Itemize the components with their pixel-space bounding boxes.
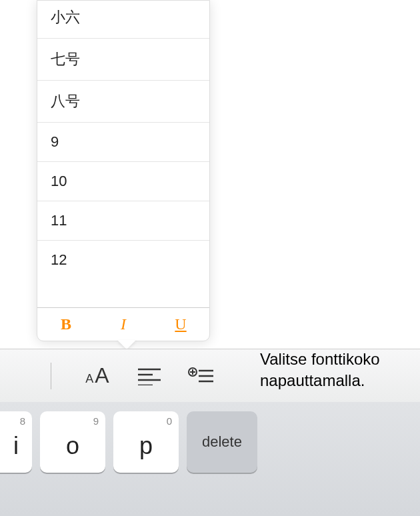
bold-button[interactable]: B xyxy=(37,308,95,341)
list-insert-button[interactable] xyxy=(183,359,219,393)
list-item[interactable]: 10 xyxy=(37,162,209,201)
key-main: p xyxy=(139,432,153,460)
list-insert-icon xyxy=(188,367,215,385)
list-item[interactable]: 八号 xyxy=(37,81,209,123)
popover-tail xyxy=(117,340,136,349)
size-label: 11 xyxy=(51,212,67,229)
key-hint: 8 xyxy=(20,415,25,427)
underline-button[interactable]: U xyxy=(152,308,209,341)
list-item[interactable]: 12 xyxy=(37,241,209,279)
list-item[interactable]: 小六 xyxy=(37,1,209,39)
size-label: 10 xyxy=(51,173,67,189)
style-row: B I U xyxy=(37,307,209,341)
delete-label: delete xyxy=(202,433,242,451)
font-size-icon: A A xyxy=(85,363,109,388)
key-hint: 0 xyxy=(167,415,172,427)
size-label: 12 xyxy=(51,251,67,268)
italic-button[interactable]: I xyxy=(95,308,152,341)
key-hint: 9 xyxy=(93,415,99,427)
key-o[interactable]: 9 o xyxy=(40,411,105,473)
key-delete[interactable]: delete xyxy=(187,411,257,473)
divider xyxy=(51,363,51,389)
font-size-list[interactable]: 小六 七号 八号 9 10 11 12 xyxy=(37,1,209,307)
list-item[interactable]: 七号 xyxy=(37,39,209,81)
key-main: i xyxy=(13,432,19,460)
size-label: 八号 xyxy=(51,93,80,109)
size-label: 小六 xyxy=(51,9,80,25)
align-icon xyxy=(137,367,162,385)
list-item[interactable]: 11 xyxy=(37,201,209,241)
font-size-popover: 小六 七号 八号 9 10 11 12 B I U xyxy=(37,0,210,341)
key-p[interactable]: 0 p xyxy=(113,411,179,473)
font-size-button[interactable]: A A xyxy=(79,359,115,393)
list-item[interactable]: 9 xyxy=(37,123,209,162)
align-button[interactable] xyxy=(131,359,167,393)
size-label: 七号 xyxy=(51,51,80,67)
keyboard: 8 i 9 o 0 p delete xyxy=(0,402,420,516)
callout-text: Valitse fonttikoko napauttamalla. xyxy=(260,349,412,392)
size-label: 9 xyxy=(51,133,59,150)
key-main: o xyxy=(66,432,79,460)
key-i[interactable]: 8 i xyxy=(0,411,32,473)
